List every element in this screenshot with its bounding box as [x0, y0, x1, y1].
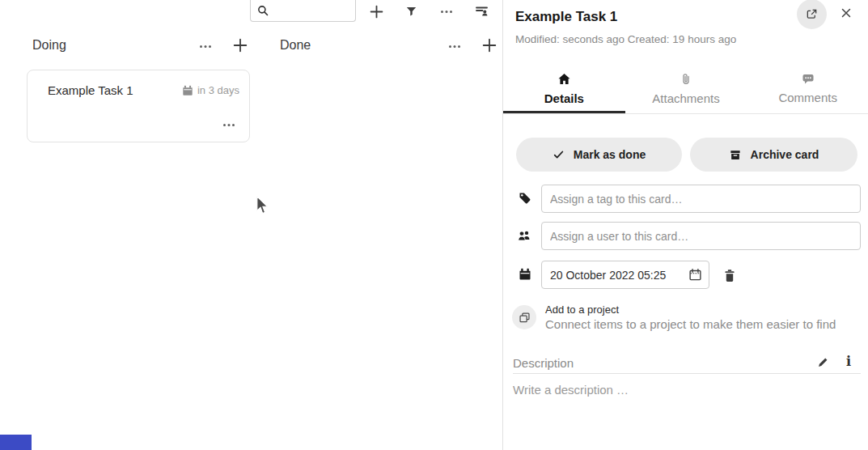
search-field[interactable]	[250, 0, 356, 22]
close-panel-button[interactable]	[835, 2, 857, 24]
card-menu-button[interactable]	[218, 114, 239, 135]
open-in-window-button[interactable]	[797, 0, 827, 29]
tab-details[interactable]: Details	[503, 68, 625, 113]
board-menu-button[interactable]	[435, 0, 458, 23]
add-to-project-button[interactable]	[512, 305, 536, 329]
paperclip-icon	[680, 73, 692, 86]
calendar-picker-icon	[688, 268, 702, 282]
column-doing-menu-button[interactable]	[195, 36, 216, 57]
app-window: Doing Done Example Task 1 in 3 days	[0, 0, 868, 450]
search-icon	[257, 5, 269, 16]
description-header: Description i	[513, 353, 861, 374]
assignee-list-icon	[475, 5, 489, 18]
due-date-field[interactable]: 20 October 2022 05:25	[541, 261, 709, 289]
trash-icon	[723, 269, 736, 282]
mark-as-done-button[interactable]: Mark as done	[516, 138, 682, 172]
comment-icon	[802, 73, 815, 85]
tab-comments[interactable]: Comments	[747, 68, 868, 113]
column-doing-add-button[interactable]	[230, 35, 251, 56]
more-icon	[199, 45, 212, 49]
search-input[interactable]	[273, 5, 350, 17]
calendar-icon	[519, 268, 531, 281]
column-title-done: Done	[280, 38, 311, 53]
add-to-project-title: Add to a project	[545, 304, 619, 316]
description-placeholder[interactable]: Write a description …	[513, 383, 629, 397]
add-icon	[482, 38, 497, 53]
panel-meta: Modified: seconds ago Created: 19 hours …	[515, 33, 736, 45]
panel-title: Example Task 1	[515, 9, 617, 25]
pencil-icon	[817, 356, 829, 368]
card-detail-panel: Example Task 1 Modified: seconds ago Cre…	[502, 0, 868, 450]
add-card-button[interactable]	[365, 0, 387, 23]
edit-description-button[interactable]	[817, 356, 829, 368]
more-icon	[440, 10, 453, 14]
add-to-project-subtitle: Connect items to a project to make them …	[545, 317, 836, 331]
column-done-add-button[interactable]	[479, 35, 500, 56]
filter-button[interactable]	[400, 0, 422, 23]
tag-icon	[519, 192, 531, 205]
loading-progress-bar	[0, 435, 32, 450]
archive-card-button[interactable]: Archive card	[690, 138, 857, 172]
card-due-date: in 3 days	[182, 83, 239, 96]
add-icon	[233, 38, 248, 53]
due-date-value: 20 October 2022 05:25	[550, 269, 666, 282]
task-card[interactable]: Example Task 1 in 3 days	[27, 70, 250, 142]
assign-tag-input[interactable]	[541, 185, 861, 213]
filter-icon	[405, 6, 417, 18]
assignee-view-button[interactable]	[470, 0, 493, 23]
remove-due-date-button[interactable]	[720, 265, 739, 285]
users-icon	[517, 229, 531, 242]
card-title: Example Task 1	[48, 83, 133, 97]
calendar-icon	[182, 85, 193, 96]
more-icon	[448, 45, 461, 49]
project-windows-icon	[519, 312, 531, 324]
close-icon	[840, 7, 852, 19]
external-link-icon	[806, 8, 818, 20]
column-done-menu-button[interactable]	[444, 36, 465, 57]
panel-tabs: Details Attachments Comments	[503, 68, 868, 114]
assign-user-input[interactable]	[541, 222, 861, 250]
archive-icon	[729, 149, 742, 161]
mouse-cursor	[256, 196, 269, 214]
info-icon: i	[846, 355, 851, 368]
open-date-picker-button[interactable]	[688, 268, 702, 282]
add-icon	[370, 5, 383, 19]
tab-attachments[interactable]: Attachments	[625, 68, 747, 113]
description-label: Description	[513, 356, 574, 373]
column-title-doing: Doing	[32, 38, 66, 53]
description-info-button[interactable]: i	[846, 355, 851, 368]
check-icon	[553, 149, 565, 160]
home-icon	[557, 73, 571, 86]
more-icon	[222, 123, 235, 127]
